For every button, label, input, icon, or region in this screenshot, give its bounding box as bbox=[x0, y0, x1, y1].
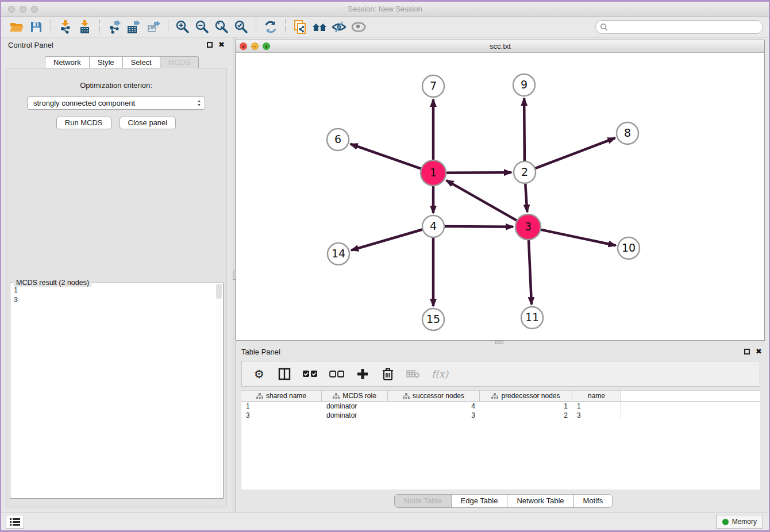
control-panel-tabs: Network Style Select MCDS bbox=[45, 56, 199, 68]
zoom-fit-button[interactable] bbox=[212, 18, 232, 36]
zoom-out-button[interactable] bbox=[192, 18, 212, 36]
close-panel-icon[interactable]: ✖ bbox=[218, 41, 225, 48]
refresh-layout-button[interactable] bbox=[261, 18, 280, 36]
tab-select[interactable]: Select bbox=[122, 56, 160, 68]
column-header-name[interactable]: name bbox=[572, 391, 621, 401]
app-window: Session: New Session bbox=[0, 0, 770, 532]
tab-network[interactable]: Network bbox=[45, 56, 89, 68]
table-row[interactable]: 3 dominator 3 2 3 bbox=[241, 411, 760, 420]
graph-node-3[interactable]: 3 bbox=[515, 214, 541, 240]
zoom-out-icon bbox=[195, 20, 210, 34]
graph-node-2[interactable]: 2 bbox=[514, 161, 536, 183]
tab-style[interactable]: Style bbox=[89, 56, 122, 68]
selected-criterion: strongly connected component bbox=[33, 99, 135, 107]
table-panel-title: Table Panel bbox=[241, 348, 280, 356]
export-table-button[interactable] bbox=[124, 18, 144, 36]
network-view-title: scc.txt bbox=[236, 42, 764, 51]
memory-button[interactable]: Memory bbox=[716, 515, 763, 529]
result-scrollbar[interactable] bbox=[215, 284, 222, 498]
hide-selected-button[interactable] bbox=[329, 18, 349, 36]
graph-edge-2-9[interactable] bbox=[524, 98, 525, 162]
table-tabs: Node Table Edge Table Network Table Moti… bbox=[394, 494, 613, 508]
session-title: Session: New Session bbox=[1, 5, 769, 13]
clone-network-button[interactable] bbox=[290, 18, 310, 36]
zoom-selected-button[interactable] bbox=[232, 18, 251, 36]
combo-stepper-icon: ▲▼ bbox=[197, 99, 201, 107]
table-header-row: shared name MCDS role successor nodes pr… bbox=[241, 391, 760, 402]
two-houses-icon bbox=[311, 20, 328, 34]
export-table-icon bbox=[126, 20, 141, 34]
svg-text:10: 10 bbox=[622, 241, 636, 254]
search-box[interactable] bbox=[595, 20, 763, 34]
graph-node-10[interactable]: 10 bbox=[618, 237, 640, 259]
tab-edge-table[interactable]: Edge Table bbox=[452, 495, 508, 507]
tab-node-table[interactable]: Node Table bbox=[395, 495, 452, 507]
float-panel-icon[interactable] bbox=[207, 42, 213, 48]
graph-edge-3-1[interactable] bbox=[446, 180, 518, 221]
show-column-panel-button[interactable] bbox=[278, 365, 291, 383]
task-history-button[interactable] bbox=[6, 515, 24, 529]
graph-node-6[interactable]: 6 bbox=[327, 129, 349, 151]
show-all-button[interactable] bbox=[349, 18, 368, 36]
toolbar-separator bbox=[168, 20, 168, 34]
table-options-button[interactable]: ⚙ bbox=[252, 365, 266, 383]
graph-node-15[interactable]: 15 bbox=[422, 309, 444, 330]
delete-table-button[interactable] bbox=[406, 365, 420, 383]
graph-node-9[interactable]: 9 bbox=[513, 74, 535, 96]
graph-node-7[interactable]: 7 bbox=[422, 75, 444, 97]
export-network-button[interactable] bbox=[105, 18, 124, 36]
graph-node-8[interactable]: 8 bbox=[617, 122, 638, 144]
graph-edge-1-2[interactable] bbox=[445, 172, 511, 173]
tab-network-table[interactable]: Network Table bbox=[507, 495, 573, 507]
network-window-titlebar[interactable]: × − + scc.txt bbox=[236, 40, 764, 53]
equation-builder-button[interactable]: f(x) bbox=[432, 365, 448, 383]
float-table-panel-icon[interactable] bbox=[744, 349, 750, 354]
zoom-in-button[interactable] bbox=[173, 18, 192, 36]
main-toolbar bbox=[1, 17, 769, 37]
graph-edge-4-3[interactable] bbox=[444, 226, 513, 227]
column-header-successor-nodes[interactable]: successor nodes bbox=[388, 391, 480, 401]
zoom-in-icon bbox=[175, 20, 190, 34]
open-folder-icon bbox=[9, 20, 24, 34]
svg-text:4: 4 bbox=[430, 219, 437, 232]
import-table-button[interactable] bbox=[75, 18, 95, 36]
tab-motifs[interactable]: Motifs bbox=[574, 495, 613, 507]
open-session-button[interactable] bbox=[7, 18, 26, 36]
unchecked-boxes-icon bbox=[329, 370, 344, 378]
toolbar-separator bbox=[51, 20, 51, 34]
tab-mcds[interactable]: MCDS bbox=[160, 56, 199, 68]
add-column-button[interactable] bbox=[356, 365, 369, 383]
mcds-result-text[interactable]: 1 3 bbox=[14, 286, 215, 497]
unselect-all-columns-button[interactable] bbox=[329, 365, 344, 383]
search-input[interactable] bbox=[609, 22, 763, 32]
network-canvas[interactable]: 7968124314101511 bbox=[236, 53, 764, 340]
column-header-predecessor-nodes[interactable]: predecessor nodes bbox=[480, 391, 572, 401]
zoom-selected-icon bbox=[234, 20, 249, 34]
graph-edge-2-8[interactable] bbox=[534, 138, 615, 168]
import-network-button[interactable] bbox=[56, 18, 75, 36]
graph-node-11[interactable]: 11 bbox=[521, 307, 543, 329]
delete-column-button[interactable] bbox=[381, 365, 395, 383]
save-session-button[interactable] bbox=[26, 18, 46, 36]
export-image-button[interactable] bbox=[144, 18, 163, 36]
graph-edge-1-6[interactable] bbox=[351, 144, 422, 169]
table-row[interactable]: 1 dominator 4 1 1 bbox=[241, 402, 760, 411]
close-table-panel-icon[interactable]: ✖ bbox=[756, 348, 762, 354]
graph-edge-3-10[interactable] bbox=[540, 229, 616, 245]
svg-text:8: 8 bbox=[624, 126, 631, 139]
close-panel-button[interactable]: Close panel bbox=[120, 117, 176, 129]
column-header-shared-name[interactable]: shared name bbox=[241, 391, 322, 401]
run-mcds-button[interactable]: Run MCDS bbox=[56, 117, 111, 129]
graph-edge-3-11[interactable] bbox=[529, 239, 532, 304]
select-all-columns-button[interactable] bbox=[303, 365, 318, 383]
network-graph[interactable]: 7968124314101511 bbox=[236, 53, 764, 340]
first-neighbors-button[interactable] bbox=[310, 18, 329, 36]
optimization-criterion-select[interactable]: strongly connected component ▲▼ bbox=[27, 97, 205, 110]
graph-edge-2-3[interactable] bbox=[525, 183, 527, 212]
column-header-mcds-role[interactable]: MCDS role bbox=[322, 391, 388, 401]
graph-edge-4-14[interactable] bbox=[351, 229, 424, 250]
import-network-icon bbox=[58, 20, 73, 34]
graph-node-14[interactable]: 14 bbox=[328, 243, 349, 265]
graph-node-4[interactable]: 4 bbox=[422, 215, 444, 237]
graph-node-1[interactable]: 1 bbox=[421, 160, 446, 186]
